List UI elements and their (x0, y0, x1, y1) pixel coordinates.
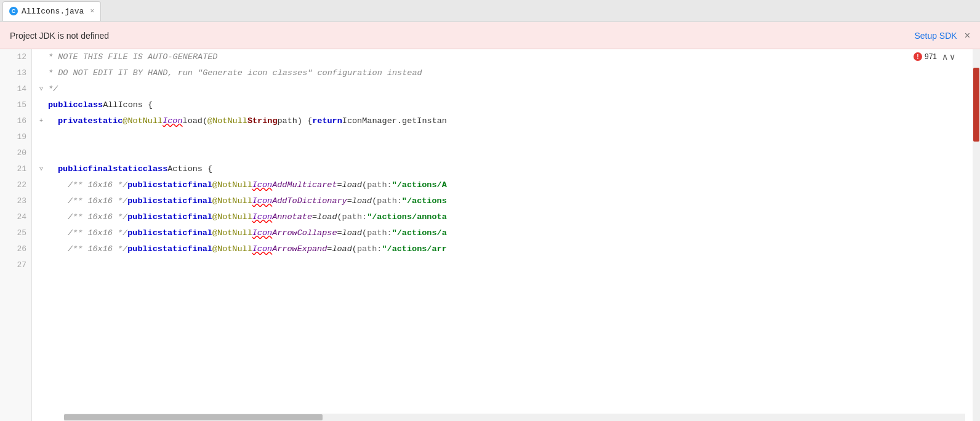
code-line-27 (37, 257, 973, 273)
kw-return-16: return (312, 113, 342, 129)
comment-25: /** 16x16 */ (68, 225, 127, 241)
line-num-15: 15 (0, 97, 31, 113)
fold-arrow-21[interactable]: ▽ (37, 165, 46, 174)
type-icon-25: Icon (252, 225, 272, 241)
kw-final-25: final (187, 225, 212, 241)
type-icon-24: Icon (252, 209, 272, 225)
code-line-12: * NOTE THIS FILE IS AUTO-GENERATED (37, 49, 973, 65)
line-num-22: 22 (0, 177, 31, 193)
comment-24: /** 16x16 */ (68, 209, 127, 225)
kw-static-24: static (158, 209, 188, 225)
horizontal-scrollbar[interactable] (64, 414, 965, 421)
line-num-12: 12 (0, 49, 31, 65)
kw-class-15: class (78, 97, 103, 113)
editor-area: ! 971 ∧ ∨ 12 13 14 15 16 19 20 21 22 23 … (0, 49, 980, 421)
string-26: "/actions/arr (382, 241, 446, 257)
fieldname-23: AddToDictionary (272, 193, 347, 209)
java-file-icon: C (9, 7, 18, 15)
kw-public-22: public (127, 177, 158, 193)
fieldname-26: ArrowExpand (272, 241, 327, 257)
string-23: "/actions (402, 193, 447, 209)
kw-static-16: static (93, 113, 123, 129)
tab-bar: C AllIcons.java × (0, 0, 980, 22)
param-25: path: (367, 225, 392, 241)
code-line-20 (37, 145, 973, 161)
plain-26c: ( (352, 241, 357, 257)
code-line-19 (37, 129, 973, 145)
code-line-21: ▽ public final static class Actions { (37, 161, 973, 177)
code-line-15: public class AllIcons { (37, 97, 973, 113)
line-num-21: 21 (0, 161, 31, 177)
setup-sdk-link[interactable]: Setup SDK (914, 31, 957, 41)
kw-final-22: final (187, 177, 212, 193)
method-23: load (352, 193, 372, 209)
classname-15: AllIcons { (103, 97, 153, 113)
tab-close-button[interactable]: × (90, 7, 94, 15)
code-text-13: * DO NOT EDIT IT BY HAND, run "Generate … (48, 65, 422, 81)
kw-static-21: static (113, 161, 143, 177)
kw-static-25: static (158, 225, 188, 241)
kw-static-22: static (158, 177, 188, 193)
horizontal-scrollbar-thumb[interactable] (64, 414, 323, 420)
line-num-20: 20 (0, 145, 31, 161)
code-text-14: */ (48, 81, 58, 97)
kw-public-23: public (127, 193, 158, 209)
kw-class-21: class (143, 161, 168, 177)
annotation-notnull-16a: @NotNull (122, 113, 163, 129)
notification-bar: Project JDK is not defined Setup SDK × (0, 22, 980, 49)
kw-public-25: public (127, 225, 158, 241)
code-line-25: /** 16x16 */ public static final @NotNul… (37, 225, 973, 241)
type-icon-23: Icon (252, 193, 272, 209)
param-22: path: (367, 177, 392, 193)
kw-public-26: public (127, 241, 158, 257)
param-26: path: (357, 241, 382, 257)
line-number-gutter: 12 13 14 15 16 19 20 21 22 23 24 25 26 2… (0, 49, 32, 421)
line-num-19: 19 (0, 129, 31, 145)
fold-arrow-16[interactable]: + (37, 117, 46, 126)
code-line-14: ▽ */ (37, 81, 973, 97)
plain-23b: = (347, 193, 352, 209)
code-content[interactable]: * NOTE THIS FILE IS AUTO-GENERATED * DO … (32, 49, 973, 421)
code-text-12: * NOTE THIS FILE IS AUTO-GENERATED (48, 49, 217, 65)
line-num-26: 26 (0, 241, 31, 257)
annotation-25: @NotNull (212, 225, 252, 241)
plain-22c: ( (362, 177, 367, 193)
kw-string-16: String (247, 113, 278, 129)
method-24: load (317, 209, 337, 225)
notification-close-button[interactable]: × (965, 30, 970, 41)
annotation-23: @NotNull (212, 193, 252, 209)
kw-final-23: final (187, 193, 212, 209)
code-line-13: * DO NOT EDIT IT BY HAND, run "Generate … (37, 65, 973, 81)
vertical-scrollbar-thumb[interactable] (973, 68, 979, 142)
plain-16c: IconManager.getInstan (342, 113, 447, 129)
tab-filename: AllIcons.java (22, 7, 84, 16)
line-num-23: 23 (0, 193, 31, 209)
annotation-notnull-16b: @NotNull (207, 113, 247, 129)
line-num-16: 16 (0, 113, 31, 129)
code-line-26: /** 16x16 */ public static final @NotNul… (37, 241, 973, 257)
plain-23c: ( (372, 193, 377, 209)
plain-25b: = (337, 225, 342, 241)
vertical-scrollbar[interactable] (973, 49, 980, 421)
line-num-14: 14 (0, 81, 31, 97)
method-25: load (342, 225, 362, 241)
annotation-24: @NotNull (212, 209, 252, 225)
code-line-23: /** 16x16 */ public static final @NotNul… (37, 193, 973, 209)
plain-24b: = (312, 209, 317, 225)
param-23: path: (377, 193, 402, 209)
method-26: load (332, 241, 351, 257)
kw-static-26: static (158, 241, 188, 257)
tab-allicons[interactable]: C AllIcons.java × (2, 1, 101, 21)
code-lines: * NOTE THIS FILE IS AUTO-GENERATED * DO … (32, 49, 973, 273)
plain-25c: ( (362, 225, 367, 241)
fieldname-22: AddMulticaret (272, 177, 337, 193)
kw-final-24: final (187, 209, 212, 225)
line-num-13: 13 (0, 65, 31, 81)
plain-16a: load( (183, 113, 208, 129)
fold-arrow-14[interactable]: ▽ (37, 85, 46, 94)
fieldname-25: ArrowCollapse (272, 225, 337, 241)
comment-23: /** 16x16 */ (68, 193, 127, 209)
comment-22: /** 16x16 */ (68, 177, 127, 193)
notification-actions: Setup SDK × (914, 30, 970, 41)
plain-22b: = (337, 177, 342, 193)
